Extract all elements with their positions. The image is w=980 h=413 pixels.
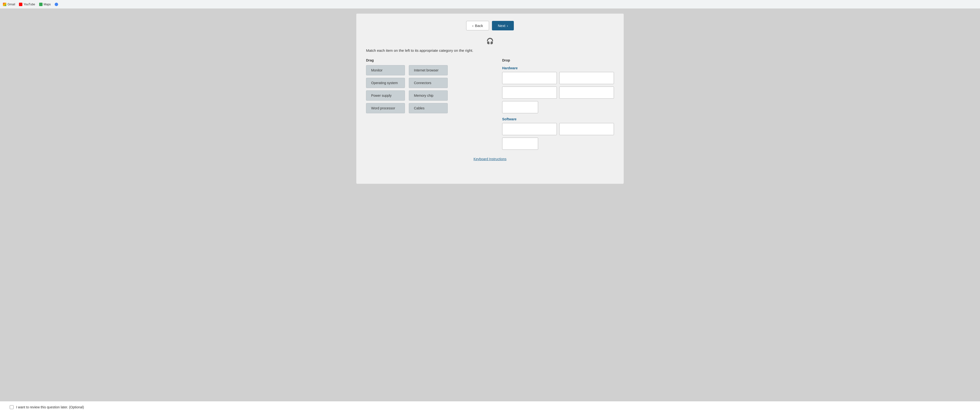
software-drop-2[interactable] [559,123,614,135]
globe-icon [55,3,58,6]
gmail-tab[interactable]: Gmail [3,3,15,6]
hardware-drop-1[interactable] [502,72,557,84]
headphone-icon: 🎧 [366,38,614,45]
drag-item-connectors[interactable]: Connectors [409,78,448,88]
software-label: Software [502,117,614,121]
drag-item-cables[interactable]: Cables [409,103,448,113]
footer-bar: I want to review this question later. (O… [0,401,980,413]
back-label: Back [475,24,483,28]
browser-bar: Gmail YouTube Maps [0,0,980,9]
maps-tab[interactable]: Maps [39,3,51,6]
globe-tab[interactable] [55,3,58,6]
drag-item-internet-browser[interactable]: Internet browser [409,65,448,75]
software-drop-zone [502,123,614,150]
software-row-2 [502,137,614,150]
next-label: Next [498,24,505,28]
drag-label: Drag [366,58,488,62]
hardware-drop-zone [502,72,614,113]
drag-column-1: Monitor Operating system Power supply Wo… [366,65,405,113]
drag-item-memory-chip[interactable]: Memory chip [409,91,448,100]
hardware-drop-4[interactable] [559,86,614,99]
software-drop-1[interactable] [502,123,557,135]
back-chevron-icon: ‹ [472,24,474,28]
maps-label: Maps [44,3,51,6]
hardware-drop-2[interactable] [559,72,614,84]
next-chevron-icon: › [507,24,508,28]
drag-columns: Monitor Operating system Power supply Wo… [366,65,488,113]
drag-drop-area: Drag Monitor Operating system Power supp… [366,58,614,150]
drag-item-power-supply[interactable]: Power supply [366,91,405,100]
drag-item-monitor[interactable]: Monitor [366,65,405,75]
next-button[interactable]: Next › [492,21,514,30]
hardware-row-3 [502,101,614,113]
software-drop-3[interactable] [502,137,538,150]
keyboard-instructions-link[interactable]: Keyboard Instructions [366,157,614,161]
youtube-tab[interactable]: YouTube [19,3,35,6]
gmail-icon [3,3,6,6]
drag-item-word-processor[interactable]: Word processor [366,103,405,113]
drag-column-2: Internet browser Connectors Memory chip … [409,65,448,113]
youtube-icon [19,3,22,6]
gmail-label: Gmail [8,3,15,6]
software-row-1 [502,123,614,135]
review-label: I want to review this question later. (O… [16,405,84,409]
hardware-drop-3[interactable] [502,86,557,99]
drop-label: Drop [502,58,614,62]
drag-item-operating-system[interactable]: Operating system [366,78,405,88]
maps-icon [39,3,43,6]
drop-section: Drop Hardware Software [502,58,614,150]
hardware-label: Hardware [502,66,614,70]
main-content: ‹ Back Next › 🎧 Match each item on the l… [356,14,624,184]
instructions-text: Match each item on the left to its appro… [366,48,614,53]
youtube-label: YouTube [24,3,35,6]
back-button[interactable]: ‹ Back [466,21,489,30]
hardware-drop-5[interactable] [502,101,538,113]
hardware-row-2 [502,86,614,99]
nav-buttons: ‹ Back Next › [366,21,614,30]
review-checkbox[interactable] [10,405,14,409]
hardware-row-1 [502,72,614,84]
drag-section: Drag Monitor Operating system Power supp… [366,58,488,113]
